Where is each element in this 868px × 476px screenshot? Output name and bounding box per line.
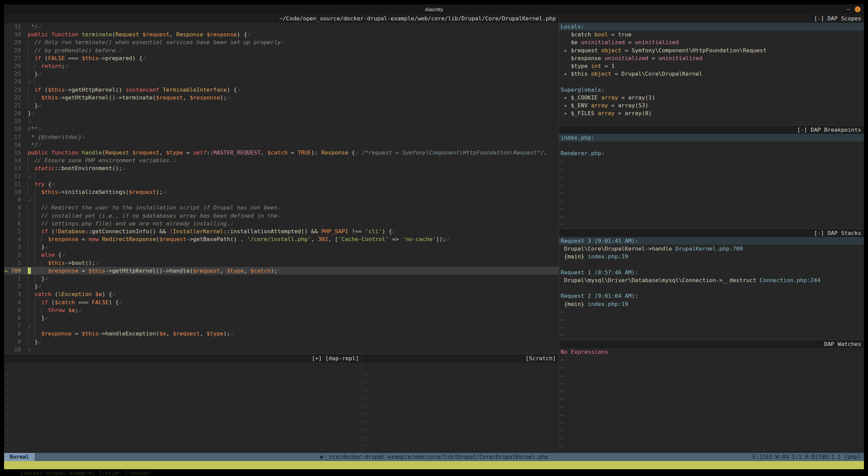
line-number[interactable]: 18 [4, 126, 28, 132]
code-line[interactable]: 6 ▏ ▏ // settings.php file) and we are n… [4, 220, 559, 227]
panel-row[interactable]: Locals: [559, 23, 864, 31]
code-area[interactable]: 31 */↲ 30 public function terminate(Requ… [4, 23, 559, 354]
code-line[interactable]: 6 ▏ ▏ }↲ [4, 314, 559, 322]
line-number[interactable]: 2 [4, 283, 28, 290]
line-number[interactable]: 8 [4, 204, 28, 211]
line-number[interactable]: 5 [4, 307, 28, 313]
code-line[interactable]: 20 }↲ [4, 109, 559, 117]
line-number[interactable]: 13 [4, 165, 28, 171]
line-number[interactable]: 17 [4, 134, 28, 140]
code-line[interactable]: 3 ▏ ▏ }↲ [4, 243, 559, 251]
code-line[interactable]: 16 */↲ [4, 141, 559, 149]
line-number[interactable]: 19 [4, 118, 28, 124]
line-number[interactable]: 30 [4, 31, 28, 38]
code-line[interactable]: 18 /**↲ [4, 125, 559, 133]
line-number[interactable]: 23 [4, 87, 28, 93]
panel-row[interactable]: ▸ $_COOKIE array = array(1) [559, 94, 864, 102]
code-line[interactable]: 4 ▏ ▏ if ($catch === FALSE) {↲ [4, 298, 559, 306]
panel-row[interactable]: No Expressions [559, 348, 864, 356]
line-number[interactable]: 5 [4, 228, 28, 235]
panel-row[interactable]: Drupal\mysql\Driver\Database\mysql\Conne… [559, 276, 864, 284]
code-line[interactable]: 31 */↲ [4, 23, 559, 31]
scratch-body[interactable]: ~~~~~~~~~~~ [362, 363, 559, 453]
code-line[interactable]: 4 ▏ ▏ ▏ $response = new RedirectResponse… [4, 235, 559, 243]
line-number[interactable]: 8 [4, 330, 28, 337]
line-number[interactable]: 28 [4, 47, 28, 54]
panel-row[interactable]: $e uninitialized = uninitialized [559, 38, 864, 46]
panel-row[interactable]: Renderer.php: [559, 149, 864, 157]
code-line[interactable]: 19 ↲ [4, 117, 559, 125]
code-line[interactable]: 21 ▏ }↲ [4, 102, 559, 109]
panel-row[interactable]: Superglobals: [559, 86, 864, 94]
panel-row[interactable]: ▸ $_ENV array = array(53) [559, 102, 864, 109]
code-line[interactable]: 14 ▏ // Ensure sane PHP environment vari… [4, 157, 559, 164]
panel-row[interactable]: $catch bool = true [559, 31, 864, 38]
code-line[interactable]: 8 ▏ ▏ // Redirect the user to the instal… [4, 204, 559, 212]
dap-repl-body[interactable]: ~~~~~~~~~~~ [4, 363, 362, 453]
code-line[interactable]: 3 ▏ catch (\Exception $e) {↲ [4, 290, 559, 298]
code-line[interactable]: 2 ▏ ▏ else {↲ [4, 251, 559, 259]
code-line[interactable]: 17 * {@inheritdoc}↲ [4, 133, 559, 141]
line-number[interactable]: 25 [4, 71, 28, 77]
panel-row[interactable]: {main} index.php:19 [559, 300, 864, 308]
code-line[interactable]: 10 ▏ ▏ $this->initializeSettings($reques… [4, 188, 559, 196]
code-line[interactable]: 10 ↲ [4, 346, 559, 353]
line-number[interactable]: 7 [4, 213, 28, 219]
panel-row[interactable]: index.php: [559, 134, 864, 142]
line-number[interactable]: 22 [4, 94, 28, 101]
line-number[interactable]: 9 [4, 338, 28, 345]
line-number[interactable]: 24 [4, 78, 28, 85]
code-line[interactable]: 12 ↲ ▏ [4, 172, 559, 180]
code-line[interactable]: 7 ↲ ▏ [4, 322, 559, 330]
code-line[interactable]: 7 ▏ ▏ // installed yet (i.e., if no $dat… [4, 212, 559, 220]
code-line[interactable]: 9 ↲ ▏ [4, 196, 559, 204]
panel-row[interactable]: ▸ $this object = Drupal\Core\DrupalKerne… [559, 70, 864, 78]
code-line[interactable]: 5 ▏ ▏ ▏ throw $e;↲ [4, 306, 559, 314]
line-number[interactable]: 16 [4, 142, 28, 148]
code-line[interactable]: 11 ▏ try {↲ [4, 180, 559, 188]
code-line[interactable]: 5 ▏ ▏ if (!Database::getConnectionInfo()… [4, 227, 559, 235]
line-number[interactable]: 4 [4, 299, 28, 306]
scratch-winbar[interactable]: [Scratch] [362, 354, 559, 363]
code-line[interactable]: 29 ▏ // Only run terminate() when essent… [4, 38, 559, 46]
dap-repl-winbar[interactable]: [+] [dap-repl] [4, 354, 362, 363]
line-number[interactable]: 10 [4, 346, 28, 353]
panel-row[interactable]: Request 1 (8:57:46 AM): [559, 269, 864, 276]
panel-row[interactable]: ▸ $request object = Symfony\Component\Ht… [559, 47, 864, 54]
line-number[interactable]: 6 [4, 315, 28, 321]
line-number[interactable]: 27 [4, 55, 28, 61]
line-number[interactable]: 15 [4, 149, 28, 156]
code-line[interactable]: 26 ▏ ▏ return;↲ [4, 62, 559, 70]
panel-row[interactable]: $type int = 1 [559, 62, 864, 70]
code-line[interactable]: 8 ▏ ▏ $response = $this->handleException… [4, 330, 559, 337]
code-line[interactable]: 22 ▏ ▏ $this->getHttpKernel()->terminate… [4, 94, 559, 102]
line-number[interactable]: 3 [4, 291, 28, 297]
code-line[interactable]: 9 ▏ }↲ [4, 338, 559, 346]
line-number[interactable]: 1 [4, 260, 28, 266]
current-line-number[interactable]: → 709 [4, 268, 28, 274]
close-button[interactable]: ✕ [855, 6, 861, 12]
line-number[interactable]: 14 [4, 157, 28, 164]
dap-watches-header[interactable]: DAP Watches [559, 340, 864, 348]
line-number[interactable]: 26 [4, 63, 28, 69]
line-number[interactable]: 10 [4, 189, 28, 195]
line-number[interactable]: 9 [4, 197, 28, 203]
code-line[interactable]: 15 public function handle(Request $reque… [4, 149, 559, 157]
line-number[interactable]: 7 [4, 323, 28, 329]
line-number[interactable]: 2 [4, 252, 28, 258]
panel-row[interactable]: Request 3 (9:01:41 AM): [559, 237, 864, 245]
code-line[interactable]: 30 public function terminate(Request $re… [4, 31, 559, 38]
line-number[interactable]: 6 [4, 220, 28, 227]
line-number[interactable]: 20 [4, 110, 28, 116]
line-number[interactable]: 1 [4, 275, 28, 282]
code-line[interactable]: 23 ▏ if ($this->getHttpKernel() instance… [4, 86, 559, 94]
panel-row[interactable]: ▸ $_FILES array = array(0) [559, 109, 864, 117]
line-number[interactable]: 12 [4, 173, 28, 180]
panel-row[interactable]: Drupal\Core\DrupalKernel->handle DrupalK… [559, 245, 864, 253]
line-number[interactable]: 21 [4, 102, 28, 109]
code-line[interactable]: 24 ↲ ▏ [4, 78, 559, 86]
panel-row[interactable]: {main} index.php:19 [559, 253, 864, 260]
dap-breakpoints-header[interactable]: [-] DAP Breakpoints [559, 125, 864, 134]
line-number[interactable]: 31 [4, 23, 28, 30]
code-line[interactable]: 27 ▏ if (FALSE === $this->prepared) {↲ [4, 54, 559, 62]
